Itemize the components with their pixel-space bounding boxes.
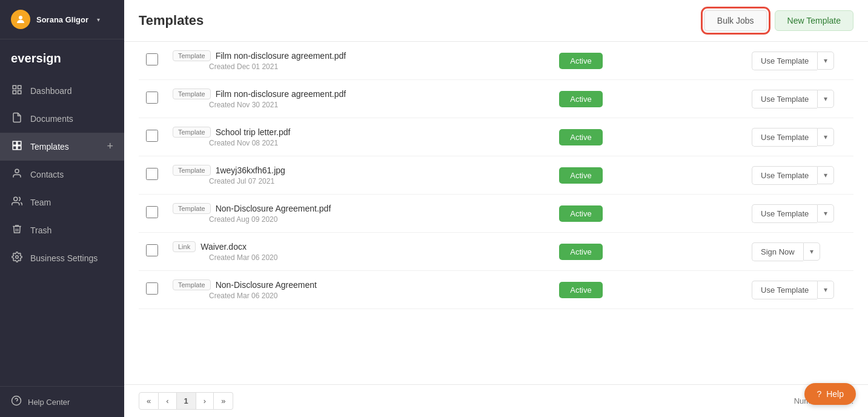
row-checkbox-3[interactable] (146, 130, 158, 142)
action-group-7: Use Template ▾ (752, 281, 846, 299)
use-template-button[interactable]: Use Template (752, 128, 817, 147)
sidebar-footer-label: Help Center (28, 398, 70, 407)
action-dropdown-2[interactable]: ▾ (817, 90, 834, 108)
svg-rect-7 (18, 141, 21, 145)
action-dropdown-6[interactable]: ▾ (803, 242, 820, 261)
current-page-button[interactable]: 1 (177, 392, 196, 410)
sidebar-item-contacts[interactable]: Contacts (0, 161, 124, 188)
sidebar: Sorana Gligor ▾ eversign Dashboard Docum… (0, 0, 124, 417)
doc-created-5: Created Aug 09 2020 (209, 215, 277, 224)
sidebar-item-label-dashboard: Dashboard (30, 86, 113, 96)
action-group-6: Sign Now ▾ (752, 242, 846, 261)
row-checkbox-7[interactable] (146, 282, 158, 295)
status-badge-6: Active (559, 244, 602, 260)
sidebar-item-label-trash: Trash (30, 225, 113, 235)
use-template-button[interactable]: Use Template (752, 90, 817, 108)
svg-point-10 (15, 169, 19, 173)
dashboard-icon (11, 84, 23, 98)
action-dropdown-1[interactable]: ▾ (817, 52, 834, 70)
table-row: Template Non-Disclosure Agreement.pdf Cr… (139, 195, 853, 233)
status-badge-3: Active (559, 129, 602, 145)
row-checkbox-1[interactable] (146, 53, 158, 65)
templates-add-icon[interactable]: + (107, 140, 113, 153)
use-template-button[interactable]: Use Template (752, 281, 817, 299)
type-badge-6: Link (173, 241, 196, 252)
type-badge-4: Template (173, 165, 211, 176)
eversign-logo: eversign (0, 39, 124, 72)
svg-rect-8 (13, 145, 16, 149)
prev-page-button[interactable]: ‹ (159, 392, 176, 410)
type-badge-2: Template (173, 88, 211, 99)
sidebar-help-center[interactable]: Help Center (0, 386, 124, 417)
action-group-5: Use Template ▾ (752, 204, 846, 223)
sidebar-item-trash[interactable]: Trash (0, 216, 124, 244)
sidebar-user-header[interactable]: Sorana Gligor ▾ (0, 0, 124, 39)
status-badge-4: Active (559, 167, 602, 184)
table-row: Template School trip letter.pdf Created … (139, 118, 853, 156)
svg-rect-5 (18, 90, 21, 93)
svg-point-0 (19, 16, 22, 19)
templates-table: Template Film non-disclosure agreement.p… (139, 42, 853, 309)
next-page-button[interactable]: › (196, 392, 214, 410)
doc-created-7: Created Mar 06 2020 (209, 292, 277, 300)
action-group-1: Use Template ▾ (752, 52, 846, 70)
action-dropdown-7[interactable]: ▾ (817, 281, 834, 299)
documents-icon (11, 112, 23, 125)
first-page-button[interactable]: « (139, 392, 159, 410)
doc-name-3: School trip letter.pdf (216, 127, 291, 137)
row-checkbox-4[interactable] (146, 168, 158, 180)
sidebar-item-documents[interactable]: Documents (0, 105, 124, 133)
bulk-jobs-button[interactable]: Bulk Jobs (704, 10, 767, 32)
help-label: Help (826, 389, 844, 399)
last-page-button[interactable]: » (214, 392, 233, 410)
action-group-4: Use Template ▾ (752, 166, 846, 185)
use-template-button[interactable]: Use Template (752, 204, 817, 223)
type-badge-7: Template (173, 279, 211, 290)
sign-now-button[interactable]: Sign Now (752, 242, 803, 261)
svg-point-12 (16, 255, 19, 258)
action-dropdown-4[interactable]: ▾ (817, 166, 834, 184)
svg-text:eversign: eversign (11, 52, 61, 65)
team-icon (11, 196, 23, 209)
sidebar-username: Sorana Gligor (36, 15, 88, 24)
status-badge-5: Active (559, 205, 602, 222)
sidebar-item-business-settings[interactable]: Business Settings (0, 244, 124, 272)
new-template-button[interactable]: New Template (775, 10, 853, 31)
sidebar-item-label-contacts: Contacts (30, 170, 113, 179)
sidebar-item-team[interactable]: Team (0, 188, 124, 216)
svg-point-11 (14, 197, 18, 201)
row-checkbox-6[interactable] (146, 244, 158, 256)
type-badge-5: Template (173, 203, 211, 214)
doc-created-6: Created Mar 06 2020 (209, 253, 277, 262)
chevron-down-icon: ▾ (97, 16, 100, 23)
action-group-3: Use Template ▾ (752, 128, 846, 147)
status-badge-7: Active (559, 282, 602, 298)
use-template-button[interactable]: Use Template (752, 52, 817, 70)
action-dropdown-5[interactable]: ▾ (817, 204, 834, 222)
svg-rect-2 (13, 85, 16, 88)
page-title: Templates (139, 13, 204, 28)
sidebar-nav: Dashboard Documents Templates + Contacts (0, 72, 124, 386)
business-settings-icon (11, 252, 23, 265)
doc-name-1: Film non-disclosure agreement.pdf (216, 51, 346, 61)
table-row: Template 1weyj36kxfh61.jpg Created Jul 0… (139, 156, 853, 195)
sidebar-item-dashboard[interactable]: Dashboard (0, 77, 124, 105)
action-dropdown-3[interactable]: ▾ (817, 128, 834, 146)
row-checkbox-5[interactable] (146, 206, 158, 218)
row-checkbox-2[interactable] (146, 92, 158, 104)
doc-created-4: Created Jul 07 2021 (209, 177, 274, 185)
doc-created-3: Created Nov 08 2021 (209, 139, 278, 147)
templates-table-wrapper: Template Film non-disclosure agreement.p… (124, 42, 868, 384)
help-button[interactable]: ? Help (804, 383, 856, 405)
help-center-icon (11, 395, 22, 409)
doc-name-7: Non-Disclosure Agreement (216, 280, 317, 290)
header-actions: Bulk Jobs New Template (704, 10, 853, 32)
main-content: Templates Bulk Jobs New Template Templat… (124, 0, 868, 417)
sidebar-item-templates[interactable]: Templates + (0, 133, 124, 161)
doc-created-1: Created Dec 01 2021 (209, 62, 278, 71)
use-template-button[interactable]: Use Template (752, 166, 817, 185)
doc-name-6: Waiver.docx (200, 242, 247, 252)
table-row: Template Non-Disclosure Agreement Create… (139, 271, 853, 309)
sidebar-item-label-templates: Templates (30, 142, 99, 152)
table-row: Link Waiver.docx Created Mar 06 2020 Act… (139, 233, 853, 271)
